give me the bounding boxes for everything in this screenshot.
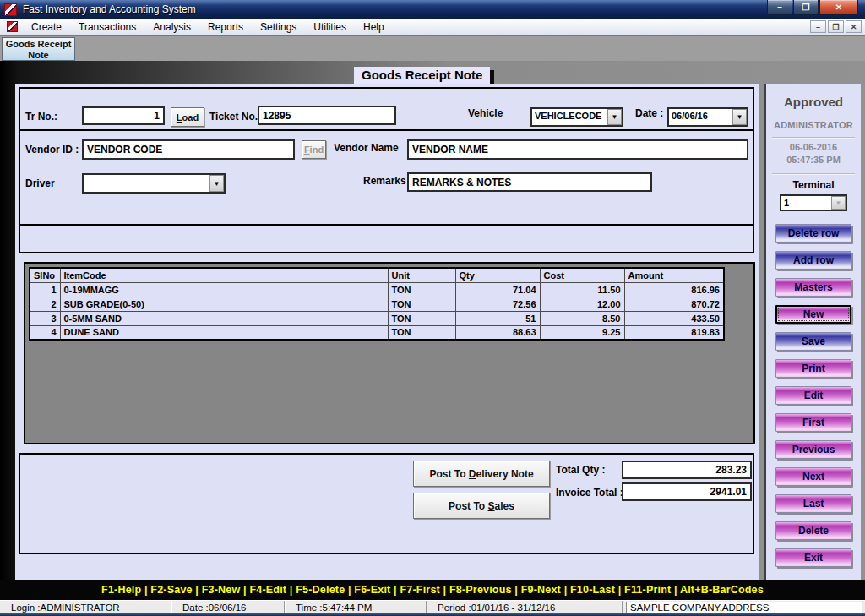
table-cell[interactable]: 11.50	[540, 282, 624, 297]
table-cell[interactable]: 433.50	[624, 311, 724, 325]
invoice-total-field[interactable]	[622, 482, 752, 501]
chevron-down-icon[interactable]: ▼	[209, 175, 224, 192]
table-cell[interactable]: 0-19MMAGG	[60, 282, 388, 297]
column-header-amount: Amount	[624, 268, 724, 282]
date-label: Date :	[635, 107, 663, 119]
table-cell[interactable]: 870.72	[624, 297, 724, 311]
date-dropdown[interactable]: 06/06/16 ▼	[667, 107, 748, 127]
total-qty-field[interactable]	[622, 461, 752, 479]
sidebar-button-previous[interactable]: Previous	[775, 440, 851, 459]
tab-strip: Goods Receipt Note	[0, 35, 865, 61]
status-date: Date :06/06/16	[171, 601, 285, 613]
table-row[interactable]: 30-5MM SANDTON518.50433.50	[30, 311, 724, 325]
sidebar-button-save[interactable]: Save	[775, 332, 851, 351]
chevron-down-icon[interactable]: ▼	[607, 109, 622, 125]
totals-section: Post To Delivery Note Post To Sales Tota…	[19, 453, 754, 554]
approval-status-badge: Approved	[766, 95, 861, 109]
table-cell[interactable]: 816.96	[624, 282, 724, 297]
vendor-name-input[interactable]	[407, 139, 748, 160]
table-cell[interactable]: 4	[30, 325, 60, 340]
table-cell[interactable]: 2	[30, 297, 60, 311]
spacer-section	[19, 224, 754, 253]
window-controls: – ❐ ✕	[767, 0, 858, 15]
sidebar: Approved ADMINISTRATOR 06-06-2016 05:47:…	[764, 84, 861, 580]
status-login: Login :ADMINISTRATOR	[0, 601, 171, 613]
table-cell[interactable]: TON	[388, 282, 455, 297]
table-row[interactable]: 4DUNE SANDTON88.639.25819.83	[30, 325, 724, 340]
remarks-input[interactable]	[407, 172, 652, 192]
vendor-id-label: Vendor ID :	[25, 144, 79, 155]
table-cell[interactable]: 1	[30, 282, 60, 297]
table-cell[interactable]: 12.00	[540, 297, 624, 311]
table-row[interactable]: 10-19MMAGGTON71.0411.50816.96	[30, 282, 724, 297]
minimize-button[interactable]: –	[767, 0, 792, 15]
table-cell[interactable]: TON	[388, 325, 455, 340]
table-cell[interactable]: DUNE SAND	[60, 325, 388, 340]
vendor-section: Vendor ID : Find Vendor Name Driver ▼ Re…	[19, 129, 754, 226]
child-window-controls: – ❐ ✕	[810, 20, 862, 33]
table-cell[interactable]: 72.56	[455, 297, 540, 311]
vendor-id-input[interactable]	[82, 139, 295, 160]
table-cell[interactable]: TON	[388, 311, 455, 325]
menu-create[interactable]: Create	[23, 19, 70, 35]
header-section: Tr No.: Load Ticket No. Vehicle VEHICLEC…	[19, 87, 754, 131]
ticket-no-label: Ticket No.	[209, 111, 258, 123]
column-header-unit: Unit	[388, 268, 455, 282]
sidebar-button-masters[interactable]: Masters	[775, 278, 851, 297]
items-table: SlNoItemCodeUnitQtyCostAmount 10-19MMAGG…	[29, 267, 725, 341]
sidebar-button-exit[interactable]: Exit	[775, 548, 851, 567]
table-cell[interactable]: 0-5MM SAND	[60, 311, 388, 325]
table-cell[interactable]: 819.83	[624, 325, 724, 340]
sidebar-button-edit[interactable]: Edit	[775, 386, 851, 405]
driver-dropdown[interactable]: ▼	[82, 173, 226, 194]
close-button[interactable]: ✕	[819, 0, 858, 15]
column-header-slno: SlNo	[30, 268, 60, 282]
sidebar-button-delete-row[interactable]: Delete row	[775, 224, 851, 243]
sidebar-user: ADMINISTRATOR	[766, 120, 861, 130]
table-cell[interactable]: 9.25	[540, 325, 624, 340]
menu-analysis[interactable]: Analysis	[144, 19, 199, 35]
table-cell[interactable]: 51	[455, 311, 540, 325]
tab-goods-receipt-note[interactable]: Goods Receipt Note	[2, 37, 75, 61]
chevron-down-icon[interactable]: ▼	[732, 109, 747, 125]
restore-button[interactable]: ❐	[793, 0, 819, 15]
sidebar-button-delete[interactable]: Delete	[775, 521, 851, 540]
sidebar-button-last[interactable]: Last	[775, 494, 851, 513]
terminal-label: Terminal	[766, 179, 861, 191]
items-grid-section: SlNoItemCodeUnitQtyCostAmount 10-19MMAGG…	[24, 262, 755, 444]
driver-value	[84, 175, 209, 192]
post-to-sales-button[interactable]: Post To Sales	[413, 493, 550, 519]
sidebar-button-next[interactable]: Next	[775, 467, 851, 486]
sidebar-button-new[interactable]: New	[775, 305, 851, 324]
sidebar-button-first[interactable]: First	[775, 413, 851, 432]
sidebar-time: 05:47:35 PM	[766, 154, 861, 166]
menu-utilities[interactable]: Utilities	[305, 19, 355, 35]
form-panel: Tr No.: Load Ticket No. Vehicle VEHICLEC…	[15, 84, 759, 580]
load-button[interactable]: Load	[171, 107, 204, 127]
table-cell[interactable]: SUB GRADE(0-50)	[60, 297, 388, 311]
vehicle-dropdown[interactable]: VEHICLECODE ▼	[530, 107, 623, 127]
ticket-no-input[interactable]	[258, 106, 396, 125]
table-row[interactable]: 2SUB GRADE(0-50)TON72.5612.00870.72	[30, 297, 724, 311]
child-close-button[interactable]: ✕	[846, 20, 862, 33]
menu-transactions[interactable]: Transactions	[70, 19, 144, 35]
child-restore-button[interactable]: ❐	[828, 20, 844, 33]
table-cell[interactable]: TON	[388, 297, 455, 311]
sidebar-divider	[772, 173, 855, 175]
table-cell[interactable]: 8.50	[540, 311, 624, 325]
menu-settings[interactable]: Settings	[252, 19, 305, 35]
tr-no-input[interactable]	[82, 106, 165, 125]
child-minimize-button[interactable]: –	[810, 20, 826, 33]
sidebar-button-add-row[interactable]: Add row	[775, 251, 851, 270]
terminal-dropdown[interactable]: 1 ▼	[780, 194, 847, 211]
status-company: SAMPLE COMPANY,ADDRESS	[626, 602, 862, 613]
table-cell[interactable]: 71.04	[455, 282, 540, 297]
table-cell[interactable]: 3	[30, 311, 60, 325]
table-cell[interactable]: 88.63	[455, 325, 540, 340]
find-button[interactable]: Find	[302, 140, 326, 159]
menu-reports[interactable]: Reports	[199, 19, 252, 35]
sidebar-button-print[interactable]: Print	[775, 359, 851, 378]
menu-help[interactable]: Help	[355, 19, 393, 35]
chevron-down-icon: ▼	[831, 196, 846, 210]
post-to-delivery-note-button[interactable]: Post To Delivery Note	[413, 461, 550, 487]
